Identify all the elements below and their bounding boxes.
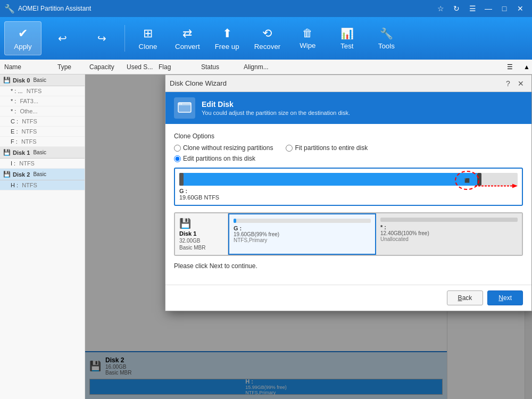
freeup-label: Free up bbox=[215, 43, 239, 51]
disk-list: 💾 Disk 0 Basic * : ... NTFS * : FAT3... … bbox=[0, 74, 85, 399]
dest-disk-area: 💾 Disk 1 32.00GB Basic MBR G : 19.60GB(9 bbox=[174, 212, 523, 256]
disk-header-1[interactable]: 💾 Disk 1 Basic bbox=[0, 147, 85, 159]
radio-options: Clone without resizing partitions Edit p… bbox=[174, 144, 523, 162]
disk-header-0[interactable]: 💾 Disk 0 Basic bbox=[0, 74, 85, 86]
partition-item[interactable]: F : NTFS bbox=[0, 137, 85, 147]
app-icon: 🔧 bbox=[4, 4, 15, 14]
radio-group-left: Clone without resizing partitions Edit p… bbox=[174, 144, 273, 162]
disk2-type: Basic bbox=[33, 171, 46, 177]
radio-no-resize[interactable]: Clone without resizing partitions bbox=[174, 144, 273, 152]
partition-cells: G : 19.60GB(99% free) NTFS,Primary * : 1… bbox=[228, 213, 522, 255]
scroll-up-icon[interactable]: ▲ bbox=[523, 63, 530, 71]
undo-button[interactable]: ↩ bbox=[44, 21, 81, 55]
clone-icon: ⊞ bbox=[143, 27, 153, 40]
left-handle[interactable] bbox=[179, 173, 184, 186]
status-text: Please click Next to continue. bbox=[174, 262, 523, 270]
clone-button[interactable]: ⊞ Clone bbox=[129, 21, 167, 55]
dest-partition-g-free: 19.60GB(99% free) bbox=[234, 231, 371, 237]
menu-button[interactable]: ☰ bbox=[465, 3, 480, 14]
radio-edit-partitions-input[interactable] bbox=[174, 155, 181, 162]
svg-marker-5 bbox=[512, 184, 518, 188]
dest-partition-g-fill bbox=[234, 219, 236, 223]
recover-label: Recover bbox=[254, 43, 281, 51]
radio-edit-partitions[interactable]: Edit partitions on this disk bbox=[174, 155, 273, 162]
tools-label: Tools bbox=[378, 42, 395, 50]
dest-partition-unalloc-bar bbox=[380, 218, 518, 222]
test-button[interactable]: 📊 Test bbox=[328, 21, 365, 55]
partition-item[interactable]: E : NTFS bbox=[0, 127, 85, 137]
dialog-header-text: Edit Disk You could adjust the partition… bbox=[202, 100, 350, 116]
arrow-icon bbox=[475, 182, 518, 190]
partition-type: NTFS bbox=[21, 138, 37, 145]
radio-no-resize-label: Clone without resizing partitions bbox=[183, 144, 273, 152]
redo-button[interactable]: ↪ bbox=[83, 21, 120, 55]
partition-type: FAT3... bbox=[20, 98, 38, 104]
app-title: AOMEI Partition Assistant bbox=[18, 5, 433, 12]
dest-partition-g[interactable]: G : 19.60GB(99% free) NTFS,Primary bbox=[228, 213, 376, 255]
dialog-body: Clone Options Clone without resizing par… bbox=[165, 124, 531, 285]
partition-label: E : bbox=[11, 128, 18, 135]
back-button[interactable]: Back bbox=[447, 290, 484, 305]
dialog-titlebar: Disk Clone Wizard ? ✕ bbox=[165, 75, 531, 92]
apply-icon: ✔ bbox=[18, 27, 28, 40]
source-partition-size: 19.60GB NTFS bbox=[179, 194, 219, 201]
maximize-button[interactable]: □ bbox=[497, 3, 512, 14]
col-used: Used S... bbox=[127, 63, 159, 71]
dest-partition-unalloc-free: 12.40GB(100% free) bbox=[380, 230, 518, 236]
sort-icon[interactable]: ☰ bbox=[507, 63, 513, 71]
next-underline: N bbox=[498, 294, 503, 302]
dest-disk-label: Disk 1 bbox=[179, 230, 196, 237]
freeup-button[interactable]: ⬆ Free up bbox=[209, 21, 246, 55]
titlebar: 🔧 AOMEI Partition Assistant ☆ ↻ ☰ — □ ✕ bbox=[0, 0, 532, 17]
col-status: Status bbox=[201, 63, 244, 71]
wipe-label: Wipe bbox=[300, 41, 315, 49]
dialog-header: Edit Disk You could adjust the partition… bbox=[165, 92, 531, 124]
clone-label: Clone bbox=[139, 43, 157, 51]
partition-item[interactable]: C : NTFS bbox=[0, 117, 85, 127]
partition-type: NTFS bbox=[22, 128, 37, 135]
partition-label: H : bbox=[11, 182, 18, 188]
partition-label: C : bbox=[11, 118, 18, 124]
close-button[interactable]: ✕ bbox=[513, 3, 528, 14]
convert-label: Convert bbox=[175, 43, 200, 51]
source-partition-letter: G : bbox=[179, 188, 187, 194]
wipe-icon: 🗑 bbox=[302, 27, 313, 39]
titlebar-controls: ☆ ↻ ☰ — □ ✕ bbox=[433, 3, 528, 14]
toolbar-sep-1 bbox=[124, 25, 125, 52]
clone-options-label: Clone Options bbox=[174, 132, 523, 140]
recover-button[interactable]: ⟲ Recover bbox=[248, 21, 287, 55]
partition-item[interactable]: H : NTFS bbox=[0, 180, 85, 190]
dest-disk-size: 32.00GB bbox=[179, 238, 200, 244]
convert-button[interactable]: ⇄ Convert bbox=[169, 21, 206, 55]
dest-partition-g-letter: G : bbox=[234, 225, 371, 231]
partition-item[interactable]: I : NTFS bbox=[0, 159, 85, 169]
dialog-help-button[interactable]: ? bbox=[502, 78, 514, 89]
edit-disk-icon bbox=[177, 101, 192, 115]
tools-button[interactable]: 🔧 Tools bbox=[368, 21, 405, 55]
test-icon: 📊 bbox=[340, 27, 354, 40]
partition-item[interactable]: * : FAT3... bbox=[0, 96, 85, 106]
partition-item[interactable]: * : Othe... bbox=[0, 106, 85, 117]
dest-partition-unalloc[interactable]: * : 12.40GB(100% free) Unallocated bbox=[376, 213, 522, 255]
disk-group-1: 💾 Disk 1 Basic I : NTFS bbox=[0, 147, 85, 169]
radio-fit-entire[interactable]: Fit partitions to entire disk bbox=[286, 144, 368, 152]
wipe-button[interactable]: 🗑 Wipe bbox=[289, 21, 326, 55]
disk2-label: Disk 2 bbox=[13, 171, 30, 178]
partition-label: * : bbox=[11, 98, 16, 104]
disk-group-2: 💾 Disk 2 Basic H : NTFS bbox=[0, 169, 85, 190]
col-name: Name bbox=[4, 63, 57, 71]
radio-fit-entire-input[interactable] bbox=[286, 145, 293, 152]
partition-item[interactable]: * : ... NTFS bbox=[0, 86, 85, 96]
partition-type: NTFS bbox=[22, 182, 37, 188]
next-button[interactable]: Next bbox=[487, 290, 523, 305]
dialog-close-button[interactable]: ✕ bbox=[514, 78, 527, 89]
pin-button[interactable]: ☆ bbox=[433, 3, 448, 14]
source-partition-fill bbox=[179, 173, 477, 186]
refresh-button[interactable]: ↻ bbox=[449, 3, 464, 14]
minimize-button[interactable]: — bbox=[481, 3, 496, 14]
radio-no-resize-input[interactable] bbox=[174, 145, 181, 152]
apply-button[interactable]: ✔ Apply bbox=[4, 21, 41, 55]
partition-type: NTFS bbox=[22, 118, 37, 124]
dest-partition-unalloc-letter: * : bbox=[380, 224, 518, 230]
disk-header-2[interactable]: 💾 Disk 2 Basic bbox=[0, 169, 85, 180]
